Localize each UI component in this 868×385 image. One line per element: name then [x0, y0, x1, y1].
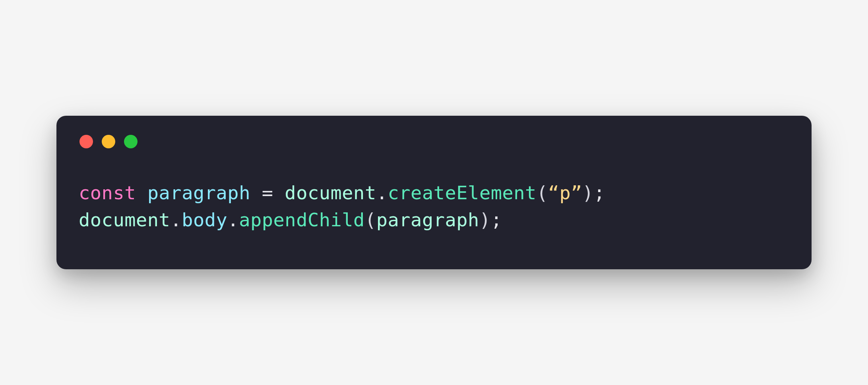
token-keyword: const	[79, 182, 136, 204]
token-paren: )	[582, 182, 594, 204]
token-semicolon: ;	[491, 209, 502, 231]
token-property: body	[182, 209, 227, 231]
token-method: appendChild	[239, 209, 365, 231]
token-object: document	[285, 182, 376, 204]
token-paren: (	[365, 209, 376, 231]
token-space	[250, 182, 262, 204]
code-window: const paragraph = document.createElement…	[56, 116, 812, 269]
token-method: createElement	[388, 182, 537, 204]
minimize-icon[interactable]	[102, 135, 115, 148]
token-dot: .	[227, 209, 239, 231]
token-dot: .	[170, 209, 182, 231]
token-paren: )	[479, 209, 491, 231]
token-space	[136, 182, 147, 204]
code-content: const paragraph = document.createElement…	[79, 179, 789, 233]
token-semicolon: ;	[594, 182, 605, 204]
token-dot: .	[376, 182, 388, 204]
maximize-icon[interactable]	[124, 135, 138, 148]
token-object: document	[79, 209, 170, 231]
token-variable: paragraph	[147, 182, 250, 204]
close-icon[interactable]	[79, 135, 93, 148]
token-equals: =	[262, 182, 273, 204]
token-space	[273, 182, 285, 204]
window-controls	[79, 135, 789, 148]
token-string: “p”	[548, 182, 582, 204]
token-argument: paragraph	[376, 209, 479, 231]
token-paren: (	[537, 182, 548, 204]
